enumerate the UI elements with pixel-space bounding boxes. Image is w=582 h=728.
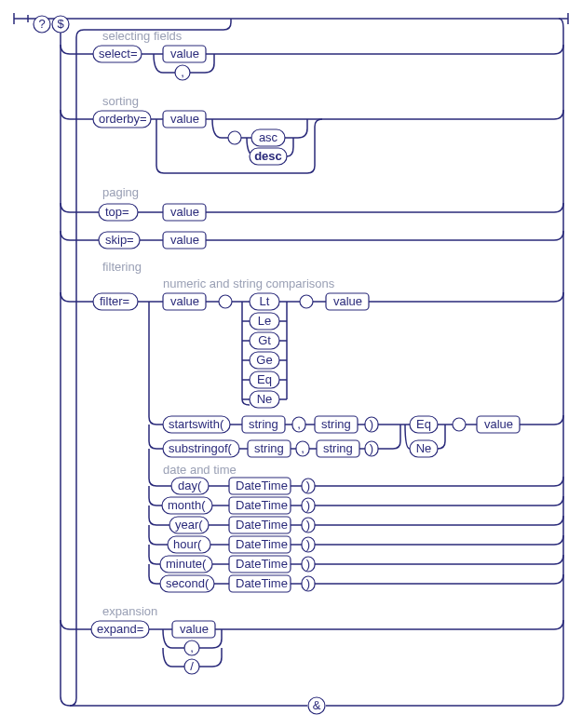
expand-value-label: value (180, 622, 209, 636)
dt-hour-val: DateTime (236, 537, 288, 551)
q-label: ? (38, 17, 45, 31)
trail-value-label: value (484, 417, 513, 431)
dt-day-val: DateTime (236, 479, 288, 492)
comparison-ops: Lt Le Gt Ge Eq Ne (250, 293, 279, 408)
sw-string1-label: string (249, 417, 278, 431)
op-ge: Ge (256, 353, 272, 367)
expand-slash-label: / (190, 659, 194, 673)
expand-comma-label: , (190, 640, 194, 654)
op-le: Le (258, 314, 271, 328)
op-eq: Eq (257, 372, 272, 386)
sw-string2-label: string (321, 417, 351, 431)
heading-datetime: date and time (163, 463, 237, 477)
so-close-label: ) (370, 441, 373, 455)
dt-month: month( (168, 498, 206, 512)
dt-day-close: ) (306, 479, 310, 492)
filter-space2-node (300, 295, 313, 308)
trail-eq-label: Eq (416, 417, 431, 431)
filter-label: filter= (100, 294, 129, 308)
trail-space-node (453, 418, 466, 431)
so-string1-label: string (254, 441, 284, 455)
substringof-label: substringof( (169, 441, 233, 455)
expand-label: expand= (97, 622, 143, 636)
desc-label: desc (254, 149, 282, 163)
dt-month-val: DateTime (236, 498, 288, 512)
heading-paging: paging (102, 185, 139, 199)
railroad-diagram: ? $ & selecting fields select= value , s… (9, 9, 573, 719)
top-value-label: value (170, 205, 199, 219)
dt-second: second( (166, 576, 210, 590)
filter-value1-label: value (170, 294, 199, 308)
dt-minute-val: DateTime (236, 557, 288, 571)
op-ne: Ne (257, 392, 273, 406)
dt-second-val: DateTime (236, 576, 288, 590)
filter-value2-label: value (333, 294, 362, 308)
select-value-label: value (170, 47, 199, 61)
dt-hour: hour( (173, 537, 202, 551)
skip-label: skip= (105, 233, 134, 247)
filter-space1-node (219, 295, 232, 308)
dt-minute: minute( (166, 557, 207, 571)
sw-close-label: ) (370, 417, 373, 431)
select-comma-label: , (181, 65, 184, 79)
op-lt: Lt (260, 294, 270, 308)
so-comma-label: , (301, 441, 305, 455)
dt-year-val: DateTime (236, 518, 288, 532)
amp-label: & (313, 698, 321, 712)
heading-sorting: sorting (102, 94, 139, 108)
skip-value-label: value (170, 233, 199, 247)
op-gt: Gt (258, 333, 271, 347)
dt-day: day( (178, 479, 202, 492)
dt-month-close: ) (306, 498, 310, 512)
so-string2-label: string (323, 441, 353, 455)
heading-expansion: expansion (102, 604, 157, 618)
trail-ne-label: Ne (416, 441, 432, 455)
d-label: $ (57, 17, 64, 31)
startswith-label: startswith( (169, 417, 224, 431)
select-label: select= (99, 47, 138, 61)
dt-second-close: ) (306, 576, 310, 590)
top-label: top= (105, 205, 129, 219)
orderby-space-node (228, 131, 241, 144)
subheading-filtering: numeric and string comparisons (163, 276, 335, 290)
dt-minute-close: ) (306, 557, 310, 571)
orderby-label: orderby= (99, 112, 147, 126)
heading-filtering: filtering (102, 260, 142, 274)
dt-hour-close: ) (306, 537, 310, 551)
dt-year-close: ) (306, 518, 310, 532)
dt-year: year( (175, 518, 203, 532)
asc-label: asc (259, 130, 278, 144)
orderby-value-label: value (170, 112, 199, 126)
sw-comma-label: , (297, 417, 301, 431)
heading-selecting: selecting fields (102, 29, 183, 43)
